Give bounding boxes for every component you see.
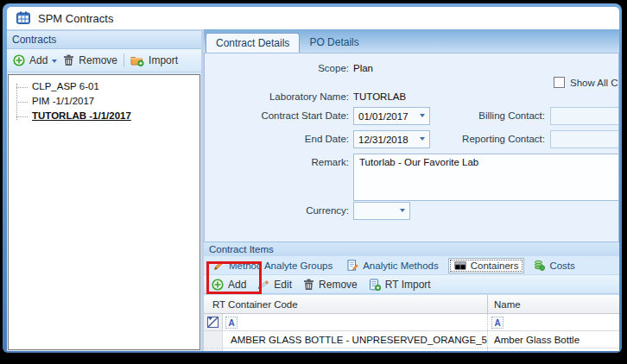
- table-row[interactable]: AMBER GLASS BOTTLE - UNPRESERVED_ORANGE_…: [204, 331, 619, 348]
- contracts-toolbar: Add: [7, 49, 201, 72]
- annotation-highlight-add-button: [206, 261, 262, 294]
- contracts-panel-title: Contracts: [7, 31, 201, 49]
- scope-label: Scope:: [205, 63, 349, 73]
- text-filter-icon[interactable]: A: [491, 317, 504, 329]
- laboratory-label: Laboratory Name:: [205, 91, 349, 102]
- currency-combo[interactable]: [353, 202, 410, 220]
- tab-containers[interactable]: Containers: [448, 258, 525, 273]
- billing-contact-input[interactable]: [550, 107, 619, 125]
- currency-label: Currency:: [205, 205, 349, 216]
- show-all-label: Show All C: [570, 78, 618, 88]
- reporting-contact-label: Reporting Contact:: [401, 134, 545, 144]
- add-contract-button[interactable]: Add: [13, 54, 57, 66]
- tab-costs[interactable]: Costs: [529, 258, 580, 273]
- add-icon: [13, 54, 25, 66]
- edit-item-button[interactable]: Edit: [257, 279, 292, 291]
- details-pane: Contract Details PO Details Scope: Plan …: [204, 29, 619, 351]
- filter-cell-name[interactable]: A: [488, 314, 619, 330]
- billing-contact-label: Billing Contact:: [401, 110, 545, 121]
- trash-icon: [303, 279, 314, 291]
- remark-label: Remark:: [205, 157, 349, 167]
- trash-icon: [63, 54, 74, 66]
- scope-value: Plan: [353, 63, 373, 73]
- remove-contract-button[interactable]: Remove: [63, 54, 117, 66]
- tab-contract-details[interactable]: Contract Details: [206, 33, 300, 53]
- title-bar: SPM Contracts: [7, 7, 619, 29]
- remove-item-button[interactable]: Remove: [303, 279, 358, 291]
- tree-item-contract[interactable]: PIM -1/1/2017: [9, 94, 200, 109]
- app-window: SPM Contracts Contracts Add: [3, 3, 622, 353]
- filter-row-indicator[interactable]: [204, 314, 223, 330]
- rt-import-icon: [369, 279, 381, 291]
- container-icon: [454, 260, 466, 271]
- column-header-rt-container-code[interactable]: RT Container Code: [204, 295, 488, 313]
- cell-container-name[interactable]: Clear Plastic Bottle - HCl_Fi: [488, 348, 619, 351]
- filter-cell-code[interactable]: A: [223, 314, 488, 330]
- window-title: SPM Contracts: [38, 12, 113, 25]
- cell-container-name[interactable]: Amber Glass Bottle: [488, 331, 619, 348]
- rt-import-button[interactable]: RT Import: [369, 279, 431, 291]
- contract-items-toolbar: Add Edit: [204, 274, 619, 294]
- contract-items-title: Contract Items: [204, 242, 619, 256]
- app-icon: [16, 11, 30, 25]
- contract-details-page: Scope: Plan Laboratory Name: TUTORLAB Co…: [204, 53, 619, 242]
- combo-arrow-icon: [400, 209, 405, 215]
- add-dropdown-caret-icon[interactable]: [52, 60, 57, 66]
- contracts-panel: Contracts Add: [7, 31, 201, 351]
- tab-analytic-methods[interactable]: Analytic Methods: [342, 258, 444, 273]
- end-date-label: End Date:: [205, 134, 349, 144]
- import-folder-icon: [130, 54, 144, 66]
- grid-filter-row: A A: [204, 314, 619, 331]
- cell-container-code[interactable]: AMBER GLASS BOTTLE - UNPRESERVED_ORANGE_…: [223, 331, 488, 348]
- import-contract-button[interactable]: Import: [130, 54, 178, 66]
- row-indicator: [204, 331, 223, 348]
- cell-container-code[interactable]: CLEAR PLASTIC BOTTLE - HCL_MAROON_60ML: [223, 348, 488, 351]
- tab-po-details[interactable]: PO Details: [300, 33, 368, 53]
- show-all-checkbox[interactable]: [554, 77, 565, 88]
- text-filter-icon[interactable]: A: [225, 317, 238, 329]
- start-date-label: Contract Start Date:: [205, 110, 349, 121]
- row-indicator: [204, 348, 223, 351]
- containers-grid: RT Container Code Name: [204, 295, 619, 351]
- reporting-contact-input[interactable]: [550, 130, 619, 148]
- toolbar-separator: [124, 53, 124, 67]
- table-row[interactable]: CLEAR PLASTIC BOTTLE - HCL_MAROON_60ML C…: [204, 348, 619, 351]
- laboratory-value: TUTORLAB: [353, 91, 406, 102]
- tree-item-contract-selected[interactable]: TUTORLAB -1/1/2017: [9, 109, 200, 123]
- contracts-tree[interactable]: CLP_ASP 6-01 PIM -1/1/2017 TUTORLAB -1/1…: [8, 74, 200, 350]
- tree-item-contract[interactable]: CLP_ASP 6-01: [9, 79, 200, 94]
- contract-items-tabstrip: Method Analyte Groups Analytic Methods: [204, 256, 619, 274]
- column-header-name[interactable]: Name: [488, 295, 619, 313]
- clear-filter-icon: [207, 317, 218, 328]
- window-client-area: Contracts Add: [7, 29, 619, 351]
- grid-header-row: RT Container Code Name: [204, 295, 619, 314]
- edit-doc-icon: [347, 260, 358, 271]
- details-tabstrip: Contract Details PO Details: [204, 29, 619, 53]
- remark-textarea[interactable]: Tutorlab - Our Favorite Lab: [353, 154, 619, 201]
- coins-icon: [534, 260, 545, 271]
